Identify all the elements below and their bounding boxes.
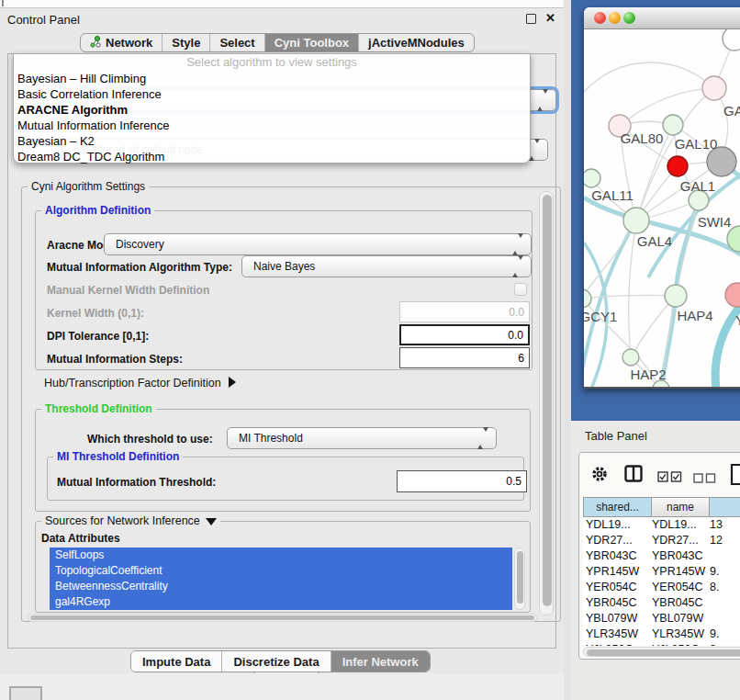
columns-icon[interactable]: [624, 465, 643, 486]
aracne-mode-combo[interactable]: Discovery: [104, 233, 532, 255]
node-label: GAL80: [621, 130, 664, 146]
kernel-width-field[interactable]: 0.0: [399, 301, 530, 322]
node-label: GAL1: [680, 178, 715, 194]
list-scrollbar-thumb[interactable]: [517, 551, 523, 604]
list-item[interactable]: TopologicalCoefficient: [50, 563, 512, 579]
settings-vscrollbar-thumb[interactable]: [543, 195, 552, 606]
tab-infer-network[interactable]: Infer Network: [331, 651, 430, 672]
panel-divider[interactable]: [564, 0, 571, 700]
node-hap2[interactable]: [622, 349, 639, 366]
settings-vscrollbar[interactable]: [539, 191, 554, 615]
mi-type-combo[interactable]: Naive Bayes: [241, 255, 532, 277]
popup-item[interactable]: Bayesian – Hill Climbing: [14, 71, 530, 86]
bottom-tabbar: Impute Data Discretize Data Infer Networ…: [130, 650, 431, 672]
edge: [676, 200, 699, 296]
mac-minimize-icon[interactable]: [609, 12, 621, 24]
list-item[interactable]: gal4RGexp: [50, 594, 512, 610]
node-label: HAP4: [677, 308, 712, 323]
window-corner-artifact: [2, 0, 4, 6]
mi-threshold-group: MI Threshold Definition Mutual Informati…: [47, 457, 524, 501]
bottom-area: [0, 673, 564, 700]
mi-threshold-field[interactable]: 0.5: [397, 470, 527, 492]
table-row[interactable]: YER054CYER054C8.: [583, 580, 740, 595]
float-window-icon[interactable]: [526, 14, 536, 24]
control-panel-window: Control Panel ✕ Network Style Select Cyn…: [0, 7, 564, 673]
sources-toggle[interactable]: Sources for Network Inference: [41, 514, 220, 527]
data-attributes-label: Data Attributes: [41, 532, 120, 545]
tab-discretize-data[interactable]: Discretize Data: [222, 651, 331, 672]
deselect-all-checkboxes-icon[interactable]: [693, 470, 716, 487]
threshold-definition-group: Threshold Definition Which threshold to …: [35, 409, 531, 512]
table-row[interactable]: YLR345WYLR345W9.: [583, 627, 740, 642]
table-row[interactable]: YBR043CYBR043C: [583, 548, 740, 564]
mi-steps-field[interactable]: 6: [399, 347, 530, 368]
tab-jactivemnodules[interactable]: jActiveMNodules: [359, 34, 474, 51]
tab-network[interactable]: Network: [81, 34, 163, 51]
node-gal-partial[interactable]: [702, 76, 726, 100]
tab-cyni-toolbox[interactable]: Cyni Toolbox: [265, 34, 359, 51]
tab-select[interactable]: Select: [210, 34, 264, 51]
network-window-titlebar[interactable]: [584, 7, 740, 29]
node-gal4[interactable]: [623, 208, 649, 233]
which-threshold-label: Which threshold to use:: [87, 433, 213, 446]
column-header-name[interactable]: name: [652, 497, 710, 517]
select-all-checkboxes-icon[interactable]: [657, 469, 682, 486]
node-gal11[interactable]: [584, 169, 600, 187]
manual-kernel-label: Manual Kernel Width Definition: [47, 284, 209, 297]
node-red-selected[interactable]: [667, 156, 688, 176]
table-panel-inner: shared... name YDL19...YDL19...13 YDR27.…: [578, 452, 740, 660]
gear-icon[interactable]: [591, 466, 608, 486]
popup-item[interactable]: Dream8 DC_TDC Algorithm: [14, 149, 530, 164]
table-row[interactable]: YDR27...YDR27...12: [583, 533, 740, 548]
edge: [584, 62, 714, 92]
mac-close-icon[interactable]: [594, 12, 606, 24]
node-label: SWI4: [698, 214, 732, 230]
panel-title: Control Panel: [7, 13, 80, 27]
partial-button[interactable]: [9, 686, 42, 700]
list-item[interactable]: SelfLoops: [50, 548, 512, 563]
dpi-tolerance-label: DPI Tolerance [0,1]:: [47, 330, 149, 343]
group-title: Threshold Definition: [41, 402, 156, 415]
dpi-tolerance-field[interactable]: 0.0: [399, 324, 530, 345]
stepper-icon: [477, 432, 488, 445]
mac-zoom-icon[interactable]: [623, 12, 635, 24]
tab-impute-data[interactable]: Impute Data: [131, 651, 222, 672]
hub-definition-toggle[interactable]: Hub/Transcription Factor Definition: [44, 377, 236, 390]
document-icon[interactable]: [730, 463, 740, 490]
settings-hscrollbar[interactable]: [28, 614, 537, 622]
node-label: GAL4: [637, 233, 672, 249]
table-panel-title: Table Panel: [585, 429, 647, 443]
table-hscrollbar[interactable]: [583, 647, 740, 657]
group-title: Cyni Algorithm Settings: [28, 180, 149, 193]
table-row[interactable]: YBL079WYBL079W: [583, 611, 740, 627]
table-row[interactable]: YPR145WYPR145W9.: [583, 564, 740, 580]
which-threshold-combo[interactable]: MI Threshold: [227, 427, 497, 449]
settings-hscrollbar-thumb[interactable]: [30, 615, 534, 620]
manual-kernel-checkbox[interactable]: [514, 283, 527, 296]
table-row[interactable]: YJL052CYJL052C9.: [583, 642, 740, 646]
list-scrollbar[interactable]: [514, 548, 525, 610]
data-attributes-list: SelfLoops TopologicalCoefficient Between…: [50, 548, 512, 610]
popup-item-selected[interactable]: ARACNE Algorithm: [14, 102, 530, 118]
algorithm-popup: Select algorithm to view settings Bayesi…: [13, 53, 531, 164]
node-partial-top[interactable]: [723, 29, 740, 51]
column-header-shared[interactable]: shared...: [583, 497, 652, 517]
table-header-row: shared... name: [583, 497, 740, 517]
mi-type-label: Mutual Information Algorithm Type:: [47, 261, 232, 274]
list-item[interactable]: BetweennessCentrality: [50, 579, 512, 594]
node-gcy1[interactable]: [584, 289, 591, 308]
popup-item[interactable]: Mutual Information Inference: [14, 118, 530, 133]
node-salmon[interactable]: [725, 283, 740, 307]
node-hap4[interactable]: [665, 285, 687, 307]
table-hscrollbar-thumb[interactable]: [587, 649, 740, 656]
node-gal10[interactable]: [663, 115, 683, 135]
table-row[interactable]: YDL19...YDL19...13: [583, 517, 740, 533]
table-row[interactable]: YBR045CYBR045C: [583, 595, 740, 611]
column-header-partial[interactable]: [710, 497, 740, 517]
popup-item[interactable]: Basic Correlation Inference: [14, 86, 530, 102]
network-canvas[interactable]: GAL GAL80 GAL10 GAL11 GAL1 SWI4 GAL4 GCY…: [584, 29, 740, 387]
popup-item[interactable]: Bayesian – K2: [14, 133, 530, 149]
close-icon[interactable]: ✕: [545, 11, 555, 25]
algorithm-definition-group: Algorithm Definition Aracne Mode: Discov…: [35, 210, 533, 370]
tab-style[interactable]: Style: [163, 34, 210, 51]
